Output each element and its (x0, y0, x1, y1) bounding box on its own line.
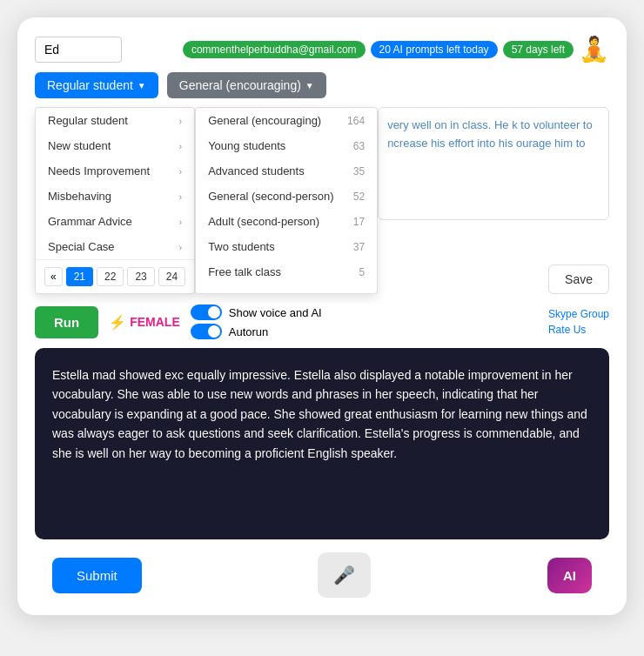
voice-ai-toggle[interactable] (191, 305, 222, 320)
tone-general-encouraging[interactable]: General (encouraging) 164 (196, 108, 377, 133)
tone-young-students[interactable]: Young students 63 (196, 133, 377, 158)
comment-textarea-bg: very well on in class. He k to volunteer… (378, 107, 609, 220)
run-button[interactable]: Run (35, 306, 98, 338)
page-21-btn[interactable]: 21 (66, 267, 93, 286)
chevron-icon: › (178, 242, 182, 252)
tone-menu: General (encouraging) 164 Young students… (195, 107, 378, 294)
name-input[interactable] (35, 37, 122, 63)
student-type-label: Regular student (47, 78, 133, 92)
header-badges: commenthelperbuddha@gmail.com 20 AI prom… (183, 35, 609, 64)
student-type-dropdown-btn[interactable]: Regular student ▼ (35, 72, 158, 98)
dropdown-buttons-row: Regular student ▼ General (encouraging) … (35, 72, 609, 98)
chevron-icon: › (178, 166, 182, 177)
tone-advanced-students[interactable]: Advanced students 35 (196, 158, 377, 184)
chevron-icon: › (178, 217, 182, 227)
rate-us-link[interactable]: Rate Us (548, 324, 609, 336)
links-group: Skype Group Rate Us (548, 308, 609, 336)
tone-dropdown-arrow: ▼ (305, 81, 314, 90)
menu-item-new[interactable]: New student › (36, 133, 194, 158)
output-text: Estella mad showed exc equally impressiv… (52, 365, 592, 463)
toggle-group: Show voice and AI Autorun (191, 305, 322, 339)
female-logo: ⚡ FEMALE (109, 314, 180, 331)
pagination: « 21 22 23 24 (36, 259, 194, 293)
tone-adult-second[interactable]: Adult (second-person) 17 (196, 209, 377, 234)
female-label: FEMALE (130, 315, 180, 329)
controls-row: Run ⚡ FEMALE Show voice and AI Autorun S… (35, 305, 609, 339)
autorun-label: Autorun (229, 325, 269, 338)
menu-item-special[interactable]: Special Case › (36, 234, 194, 259)
prompts-badge: 20 AI prompts left today (371, 41, 498, 58)
menu-item-misbehaving[interactable]: Misbehaving › (36, 184, 194, 209)
tone-dropdown-btn[interactable]: General (encouraging) ▼ (167, 72, 326, 98)
prev-page-btn[interactable]: « (44, 267, 63, 286)
tone-two-students[interactable]: Two students 37 (196, 234, 377, 259)
chevron-icon: › (178, 191, 182, 202)
student-type-menu: Regular student › New student › Needs Im… (35, 107, 195, 294)
lightning-icon: ⚡ (109, 314, 126, 331)
save-button[interactable]: Save (548, 264, 609, 294)
menu-item-regular[interactable]: Regular student › (36, 108, 194, 133)
main-content: Regular student › New student › Needs Im… (35, 107, 609, 539)
menu-item-needs[interactable]: Needs Improvement › (36, 158, 194, 184)
tone-label: General (encouraging) (179, 78, 301, 92)
voice-ai-label: Show voice and AI (229, 306, 322, 319)
days-badge: 57 days left (503, 41, 574, 58)
autorun-toggle[interactable] (191, 324, 222, 339)
textarea-preview: very well on in class. He k to volunteer… (387, 117, 600, 153)
buddha-icon: 🧘 (579, 35, 609, 64)
submit-button[interactable]: Submit (52, 558, 142, 593)
output-area: Estella mad showed exc equally impressiv… (35, 348, 609, 539)
page-22-btn[interactable]: 22 (97, 267, 124, 286)
bottom-row: Submit 🎤 AI (35, 552, 609, 598)
autorun-toggle-row: Autorun (191, 324, 322, 339)
chevron-icon: › (178, 116, 182, 126)
student-dropdown-arrow: ▼ (138, 81, 146, 90)
page-24-btn[interactable]: 24 (158, 267, 185, 286)
mic-button[interactable]: 🎤 (318, 552, 371, 598)
ai-button[interactable]: AI (547, 558, 592, 593)
tone-free-talk[interactable]: Free talk class 5 (196, 259, 377, 284)
page-23-btn[interactable]: 23 (127, 267, 154, 286)
voice-ai-toggle-row: Show voice and AI (191, 305, 322, 320)
tone-general-second[interactable]: General (second-person) 52 (196, 184, 377, 209)
chevron-icon: › (178, 141, 182, 151)
skype-group-link[interactable]: Skype Group (548, 308, 609, 320)
menu-item-grammar[interactable]: Grammar Advice › (36, 209, 194, 234)
mic-icon: 🎤 (333, 566, 355, 585)
header-row: commenthelperbuddha@gmail.com 20 AI prom… (35, 35, 609, 64)
email-badge: commenthelperbuddha@gmail.com (183, 41, 366, 58)
